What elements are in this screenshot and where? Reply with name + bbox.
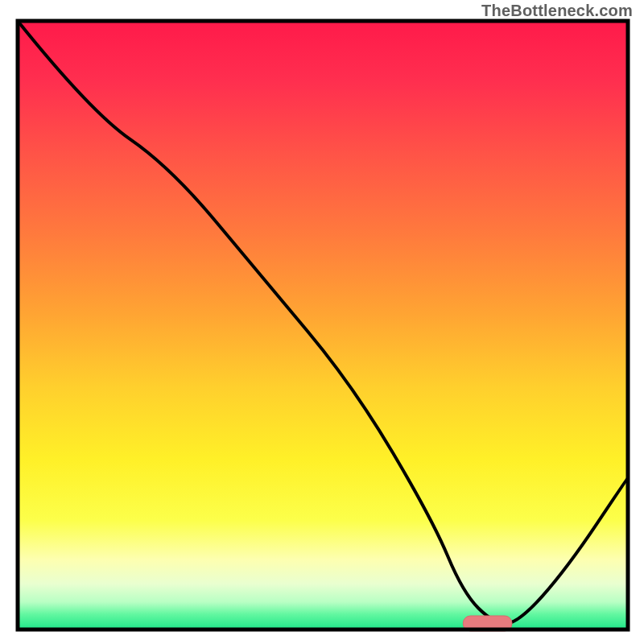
attribution-label: TheBottleneck.com (481, 2, 633, 20)
plot-area (18, 21, 628, 631)
chart-svg (0, 0, 644, 644)
chart-frame: TheBottleneck.com (0, 0, 644, 644)
plot-background (18, 21, 628, 630)
